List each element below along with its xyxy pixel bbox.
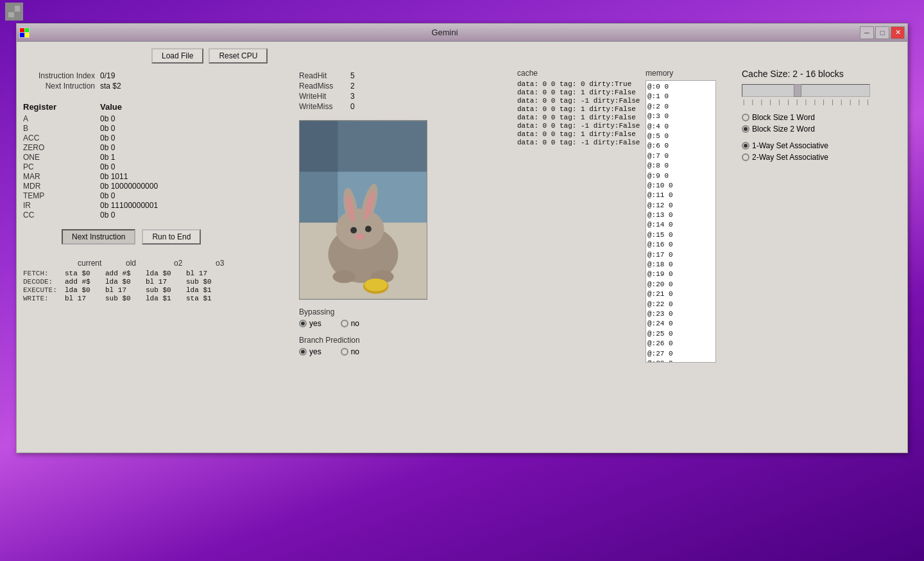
cache-size-slider[interactable] <box>742 84 870 97</box>
assoc-1way-option[interactable]: 1-Way Set Associative <box>742 141 901 150</box>
pipeline-instructions: sta $0 add #$ lda $0 bl 17 <box>65 270 221 277</box>
cache-item: data: 0 0 tag: 0 dirty:True <box>517 80 646 88</box>
reset-cpu-button[interactable]: Reset CPU <box>209 48 268 64</box>
far-right-panel: Cache Size: 2 - 16 blocks ||||| ||||| ||… <box>729 69 901 446</box>
block-size-1-radio[interactable] <box>742 114 749 121</box>
instruction-index-row: Instruction Index 0/19 <box>23 71 299 80</box>
memory-item: @:1 0 <box>647 92 714 101</box>
memory-item: @:22 0 <box>647 300 714 309</box>
pi-o2: lda $1 <box>146 295 181 302</box>
branch-yes-option[interactable]: yes <box>299 347 321 356</box>
pi-o3: bl 17 <box>186 270 221 277</box>
memory-list[interactable]: @:0 0@:1 0@:2 0@:3 0@:4 0@:5 0@:6 0@:7 0… <box>646 80 716 363</box>
memory-item: @:13 0 <box>647 211 714 220</box>
cache-item: data: 0 0 tag: -1 dirty:False <box>517 122 646 130</box>
pipeline-stage: WRITE: <box>23 295 65 302</box>
bypassing-no-radio[interactable] <box>341 320 348 327</box>
ph-current: current <box>78 259 113 268</box>
next-instruction-button[interactable]: Next Instruction <box>62 229 135 245</box>
memory-item: @:4 0 <box>647 122 714 132</box>
register-value: 0b 11100000001 <box>100 201 158 210</box>
block-size-2-label: Block Size 2 Word <box>752 125 815 134</box>
register-value: 0b 10000000000 <box>100 182 158 191</box>
register-row: TEMP 0b 0 <box>23 191 299 200</box>
assoc-2way-radio[interactable] <box>742 153 749 161</box>
cache-items: data: 0 0 tag: 0 dirty:Truedata: 0 0 tag… <box>517 80 646 146</box>
memory-item: @:12 0 <box>647 201 714 211</box>
assoc-2way-option[interactable]: 2-Way Set Associative <box>742 153 901 162</box>
cache-item: data: 0 0 tag: 1 dirty:False <box>517 89 646 96</box>
memory-item: @:15 0 <box>647 230 714 240</box>
pi-old: bl 17 <box>105 286 141 294</box>
block-size-section: Block Size 1 Word Block Size 2 Word <box>742 113 901 134</box>
pi-o3: sub $0 <box>186 278 221 286</box>
pi-current: sta $0 <box>65 270 100 277</box>
memory-item: @:16 0 <box>647 240 714 250</box>
memory-item: @:14 0 <box>647 220 714 230</box>
register-value: 0b 0 <box>100 134 115 142</box>
bypassing-yes-option[interactable]: yes <box>299 319 321 328</box>
svg-point-14 <box>364 279 388 291</box>
minimize-button[interactable]: ─ <box>860 26 874 39</box>
next-instruction-row: Next Intruction sta $2 <box>23 82 299 91</box>
branch-yes-radio[interactable] <box>299 348 307 356</box>
cache-item: data: 0 0 tag: 1 dirty:False <box>517 130 646 138</box>
pi-o2: lda $0 <box>146 270 181 277</box>
register-name: ONE <box>23 153 100 162</box>
memory-item: @:9 0 <box>647 171 714 181</box>
branch-prediction-radio-group: yes no <box>299 347 360 356</box>
branch-prediction-section: Branch Prediction yes no <box>299 336 360 356</box>
read-miss-row: ReadMiss 2 <box>299 82 355 91</box>
read-miss-label: ReadMiss <box>299 82 350 91</box>
memory-item: @:24 0 <box>647 319 714 329</box>
run-to-end-button[interactable]: Run to End <box>142 229 201 245</box>
branch-no-radio[interactable] <box>341 348 348 356</box>
close-button[interactable]: ✕ <box>891 26 905 39</box>
branch-no-label: no <box>351 347 359 356</box>
pipeline-stage: EXECUTE: <box>23 286 65 294</box>
branch-yes-label: yes <box>309 347 321 356</box>
register-value: 0b 0 <box>100 124 115 133</box>
pipeline-row: FETCH: sta $0 add #$ lda $0 bl 17 <box>23 270 299 277</box>
assoc-1way-label: 1-Way Set Associative <box>752 141 828 150</box>
pi-o3: lda $1 <box>186 286 221 294</box>
svg-point-9 <box>365 226 372 232</box>
register-name: IR <box>23 201 100 210</box>
register-row: IR 0b 11100000001 <box>23 201 299 210</box>
pi-old: add #$ <box>105 270 141 277</box>
maximize-button[interactable]: □ <box>875 26 889 39</box>
block-size-2-option[interactable]: Block Size 2 Word <box>742 125 901 134</box>
block-size-2-radio[interactable] <box>742 125 749 133</box>
load-file-button[interactable]: Load File <box>151 48 203 64</box>
read-hit-value: 5 <box>350 71 355 80</box>
memory-item: @:8 0 <box>647 161 714 171</box>
instruction-index-label: Instruction Index <box>23 71 100 80</box>
register-col-header: Register <box>23 102 100 112</box>
bypassing-no-option[interactable]: no <box>341 319 359 328</box>
read-miss-value: 2 <box>350 82 355 91</box>
memory-item: @:26 0 <box>647 339 714 349</box>
next-instruction-label: Next Intruction <box>23 82 100 91</box>
register-header: Register Value <box>23 102 299 112</box>
write-hit-value: 3 <box>350 92 355 101</box>
memory-item: @:23 0 <box>647 309 714 319</box>
pipeline-section: current old o2 o3 FETCH: sta $0 add #$ l… <box>23 259 299 303</box>
cache-panel: cache data: 0 0 tag: 0 dirty:Truedata: 0… <box>517 69 646 446</box>
memory-item: @:28 0 <box>647 359 714 363</box>
main-window: Gemini ─ □ ✕ Load File Reset CPU Instruc… <box>16 23 908 453</box>
branch-no-option[interactable]: no <box>341 347 359 356</box>
svg-point-10 <box>355 234 365 240</box>
window-title: Gemini <box>30 28 860 37</box>
rabbit-image <box>299 120 427 300</box>
assoc-1way-radio[interactable] <box>742 142 749 150</box>
window-body: Load File Reset CPU Instruction Index 0/… <box>17 42 907 453</box>
bypassing-yes-radio[interactable] <box>299 320 307 327</box>
register-row: PC 0b 0 <box>23 162 299 171</box>
cache-label: cache <box>517 69 646 78</box>
svg-point-8 <box>350 227 357 234</box>
register-value: 0b 0 <box>100 143 115 152</box>
read-hit-row: ReadHit 5 <box>299 71 355 80</box>
block-size-1-option[interactable]: Block Size 1 Word <box>742 113 901 122</box>
cache-item: data: 0 0 tag: 1 dirty:False <box>517 114 646 121</box>
memory-label: memory <box>646 69 729 78</box>
